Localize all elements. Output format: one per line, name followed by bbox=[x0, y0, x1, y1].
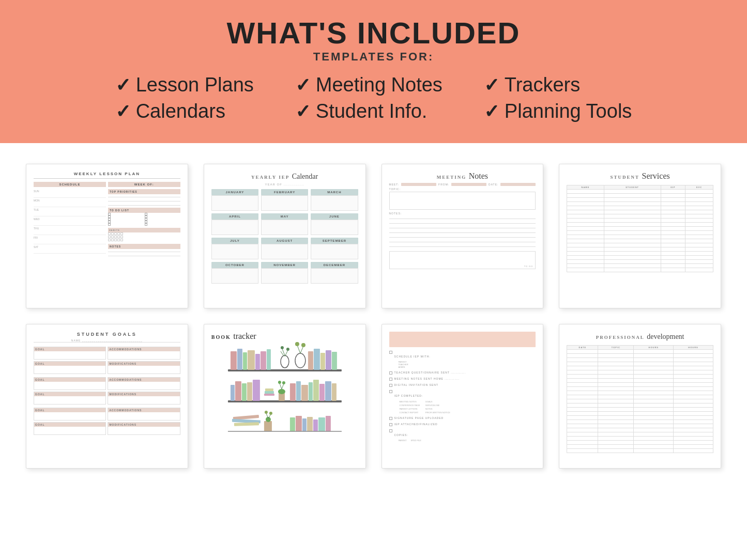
ic-sub-prior: PRIOR WRITTEN NOTICE bbox=[425, 411, 450, 414]
banner-item-lesson-plans: ✓ Lesson Plans bbox=[115, 74, 254, 96]
wlp-note-line bbox=[108, 253, 180, 256]
banner-col-3: ✓ Trackers ✓ Planning Tools bbox=[484, 74, 632, 122]
card-meeting-notes: MEETING Notes MEET: FROM: DATE: TOPIC: N… bbox=[382, 164, 544, 308]
svg-rect-20 bbox=[314, 349, 320, 370]
card-professional-development: PROFESSIONAL development DATE TOPIC HOUR… bbox=[559, 324, 721, 469]
svg-rect-61 bbox=[318, 417, 325, 431]
table-row bbox=[567, 223, 713, 227]
book-tracker-illustration bbox=[211, 341, 358, 434]
svg-rect-7 bbox=[267, 349, 271, 370]
mn-topic-label: TOPIC: bbox=[389, 188, 536, 191]
checkmark-icon: ✓ bbox=[295, 101, 311, 122]
cal-month-jul: JULY bbox=[211, 238, 258, 259]
cal-month-aug: AUGUST bbox=[261, 238, 308, 259]
svg-rect-32 bbox=[265, 388, 273, 391]
table-row bbox=[567, 260, 713, 264]
wlp-grid: SCHEDULE SUN MON TUE WED THU FRI SAT WEE… bbox=[34, 182, 180, 256]
wlp-day-sat: SAT bbox=[34, 244, 106, 254]
pd-col-date: DATE bbox=[567, 346, 598, 350]
mn-notes-lines bbox=[389, 216, 536, 247]
banner-section: WHAT'S INCLUDED TEMPLATES FOR: ✓ Lesson … bbox=[0, 0, 747, 143]
svg-rect-29 bbox=[253, 380, 260, 401]
mn-meet-row: MEET: FROM: DATE: bbox=[389, 183, 536, 186]
table-row bbox=[567, 358, 713, 362]
sg-mod-3: MODIFICATIONS bbox=[108, 422, 180, 435]
card-student-services: STUDENT Services NAME STUDENT IEP SVC bbox=[559, 164, 721, 308]
mn-title-serif: MEETING bbox=[437, 175, 467, 180]
checkmark-icon: ✓ bbox=[484, 74, 499, 96]
ic-sub-goals: GOALS bbox=[425, 400, 450, 403]
mn-line bbox=[389, 239, 536, 242]
table-row bbox=[567, 370, 713, 375]
ic-signature-label: SIGNATURE PAGE UPLOADED bbox=[394, 416, 444, 419]
svg-point-17 bbox=[295, 342, 299, 346]
cal-month-feb: FEBRUARY bbox=[261, 189, 308, 211]
wlp-schedule-header: SCHEDULE bbox=[34, 182, 106, 187]
svg-rect-44 bbox=[319, 384, 325, 401]
mn-bottom-box: TO DO bbox=[389, 251, 536, 269]
ic-copies-label: COPIES: bbox=[394, 433, 408, 437]
sg-accom-2: ACCOMMODATIONS bbox=[108, 377, 180, 390]
sg-accom-3: ACCOMMODATIONS bbox=[108, 408, 180, 421]
card-yearly-iep-calendar: YEARLY IEP Calendar YEAR OF ............… bbox=[204, 164, 366, 308]
bt-title-block: BOOK tracker bbox=[211, 332, 358, 341]
svg-point-51 bbox=[266, 417, 271, 422]
ic-sub-parent-letters: PARENT LETTERS bbox=[400, 408, 424, 410]
card-student-goals: STUDENT GOALS NAME _____________________… bbox=[26, 324, 188, 469]
ic-iep-finalized-label: IEP ATTACHED/FINALIZED bbox=[394, 423, 438, 426]
table-row bbox=[567, 366, 713, 370]
svg-rect-50 bbox=[264, 421, 272, 431]
svg-rect-26 bbox=[235, 381, 241, 401]
table-row bbox=[567, 437, 713, 441]
sg-title: STUDENT GOALS bbox=[34, 332, 180, 337]
cal-title-serif: YEARLY IEP bbox=[251, 175, 289, 180]
ic-checkbox bbox=[389, 423, 392, 426]
mn-title-script: Notes bbox=[469, 172, 488, 180]
table-row bbox=[567, 420, 713, 424]
table-row bbox=[567, 391, 713, 395]
sg-accom-1: ACCOMMODATIONS bbox=[108, 347, 180, 360]
mn-line bbox=[389, 244, 536, 247]
table-row bbox=[567, 432, 713, 437]
wlp-priority-line bbox=[108, 198, 180, 201]
table-row bbox=[567, 190, 713, 194]
checkmark-icon: ✓ bbox=[115, 101, 131, 122]
table-row bbox=[567, 428, 713, 432]
svg-rect-45 bbox=[325, 381, 331, 401]
ic-sub-contact: CONTACT REPORT bbox=[400, 411, 424, 414]
table-row bbox=[567, 416, 713, 420]
svg-point-36 bbox=[278, 381, 281, 384]
table-row bbox=[567, 219, 713, 223]
sg-mod-1: MODIFICATIONS bbox=[108, 361, 180, 374]
svg-point-14 bbox=[295, 353, 306, 368]
svg-point-53 bbox=[265, 411, 268, 414]
ic-digital-invite-label: DIGITAL INVITATION SENT bbox=[394, 383, 438, 386]
svg-rect-3 bbox=[243, 352, 247, 370]
wlp-day-wed: WED bbox=[34, 216, 106, 226]
ic-row-meeting-notes: MEETING NOTES SENT HOME ............ bbox=[389, 377, 536, 381]
table-row bbox=[567, 449, 713, 453]
cal-month-oct: OCTOBER bbox=[211, 262, 258, 284]
pd-table: DATE TOPIC HOURS HOURS bbox=[567, 345, 713, 453]
ss-title-serif: STUDENT bbox=[611, 175, 640, 180]
table-row bbox=[567, 206, 713, 210]
ss-title-script: Services bbox=[642, 172, 670, 180]
ss-table: NAME STUDENT IEP SVC bbox=[567, 185, 713, 272]
svg-rect-5 bbox=[255, 354, 260, 370]
svg-rect-42 bbox=[309, 382, 313, 401]
svg-point-12 bbox=[286, 348, 289, 351]
table-row bbox=[567, 424, 713, 428]
cal-year: YEAR OF ............... bbox=[211, 183, 358, 186]
pd-title-script: development bbox=[647, 333, 684, 340]
banner-item-student-info: ✓ Student Info. bbox=[295, 100, 428, 122]
ic-iep-completed-label: IEP COMPLETED: bbox=[394, 394, 423, 397]
table-row bbox=[567, 252, 713, 256]
wlp-left-col: SCHEDULE SUN MON TUE WED THU FRI SAT bbox=[34, 182, 106, 256]
table-row bbox=[567, 445, 713, 449]
table-row bbox=[567, 383, 713, 387]
ic-checkbox bbox=[389, 390, 392, 393]
banner-subtitle: TEMPLATES FOR: bbox=[31, 50, 716, 64]
checkmark-icon: ✓ bbox=[295, 74, 311, 96]
card-iep-checklist: SCHEDULE IEP WITH: PARENT TEACHER ADMIN … bbox=[382, 324, 544, 469]
ic-sub-meeting-notes: MEETING NOTES bbox=[400, 400, 424, 403]
